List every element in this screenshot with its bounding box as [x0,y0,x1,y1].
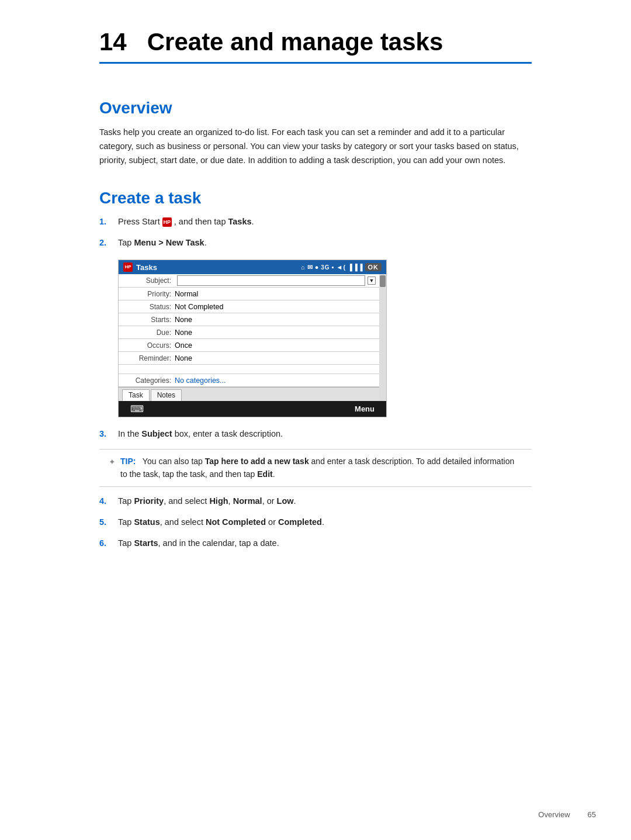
tip-box: ✦ TIP: You can also tap Tap here to add … [99,449,532,487]
status-row: Status: Not Completed [119,300,379,313]
device-titlebar: HP Tasks ⌂ ✉ ● 3G ▪ ◄( ▐▐▐ OK [119,260,386,274]
ok-button[interactable]: OK [365,263,382,271]
tip-label: TIP: [120,457,136,466]
icon-bluetooth: ● [315,264,320,271]
steps-list-after-screenshot: 3. In the Subject box, enter a task desc… [99,428,532,441]
subject-input[interactable] [177,275,365,286]
icon-3g: 3G [321,264,330,271]
step-2: 2. Tap Menu > New Task. [99,237,532,250]
starts-value: None [175,316,376,324]
steps-list-initial: 1. Press Start HP , and then tap Tasks. … [99,216,532,250]
starts-row: Starts: None [119,313,379,326]
reminder-label: Reminder: [122,354,175,362]
subject-row: Subject: ▼ [119,274,379,288]
status-value: Not Completed [175,303,376,311]
titlebar-icons: ⌂ ✉ ● 3G ▪ ◄( ▐▐▐ OK [301,263,382,271]
tabs-bar: Task Notes [119,387,379,401]
priority-label: Priority: [122,290,175,298]
menu-label[interactable]: Menu [355,405,375,413]
icon-email: ✉ [307,264,313,271]
create-task-heading: Create a task [99,189,532,208]
due-label: Due: [122,329,175,337]
categories-row: Categories: No categories... [119,374,379,387]
starts-label: Starts: [122,316,175,324]
overview-section: Overview Tasks help you create an organi… [99,99,532,168]
form-fields: Subject: ▼ Priority: Normal Status: Not … [119,274,379,401]
device-screenshot: HP Tasks ⌂ ✉ ● 3G ▪ ◄( ▐▐▐ OK [118,260,387,417]
tab-notes[interactable]: Notes [151,389,182,401]
device-form-area: Subject: ▼ Priority: Normal Status: Not … [119,274,386,401]
scroll-thumb [380,275,386,287]
tab-task[interactable]: Task [122,389,150,401]
scroll-handle[interactable] [379,274,386,401]
steps-list-continued: 4. Tap Priority, and select High, Normal… [99,495,532,549]
step-1: 1. Press Start HP , and then tap Tasks. [99,216,532,229]
tip-content: TIP: You can also tap Tap here to add a … [120,455,522,481]
spacer-row [119,365,379,374]
step-5: 5. Tap Status, and select Not Completed … [99,516,532,529]
step-4: 4. Tap Priority, and select High, Normal… [99,495,532,508]
step-6: 6. Tap Starts, and in the calendar, tap … [99,537,532,550]
subject-dropdown-icon[interactable]: ▼ [367,276,376,285]
categories-value: No categories... [175,376,376,385]
categories-label: Categories: [122,376,175,385]
priority-row: Priority: Normal [119,288,379,300]
priority-value: Normal [175,290,376,298]
overview-heading: Overview [99,99,532,117]
status-label: Status: [122,303,175,311]
reminder-value: None [175,354,376,362]
reminder-row: Reminder: None [119,352,379,365]
tip-icon: ✦ [109,456,116,469]
keyboard-icon[interactable]: ⌨ [130,403,144,414]
step-3: 3. In the Subject box, enter a task desc… [99,428,532,441]
titlebar-left: HP Tasks [123,262,157,272]
create-task-section: Create a task 1. Press Start HP , and th… [99,189,532,550]
icon-battery: ▐▐▐ [348,264,363,271]
occurs-value: Once [175,341,376,350]
page-footer: Overview 65 [538,810,596,819]
icon-voicemail: ⌂ [301,264,306,271]
occurs-row: Occurs: Once [119,339,379,352]
footer-page-number: 65 [588,810,596,819]
due-value: None [175,329,376,337]
app-hp-icon: HP [123,262,133,272]
subject-label: Subject: [122,276,175,285]
device-toolbar: ⌨ Menu [119,401,386,417]
footer-section: Overview [538,810,570,819]
icon-sound: ◄( [337,264,346,271]
chapter-title: 14 Create and manage tasks [99,28,532,64]
occurs-label: Occurs: [122,341,175,350]
icon-signal: ▪ [332,264,335,271]
start-icon: HP [162,217,172,227]
due-row: Due: None [119,326,379,339]
app-title: Tasks [136,263,157,272]
overview-body: Tasks help you create an organized to-do… [99,126,532,168]
